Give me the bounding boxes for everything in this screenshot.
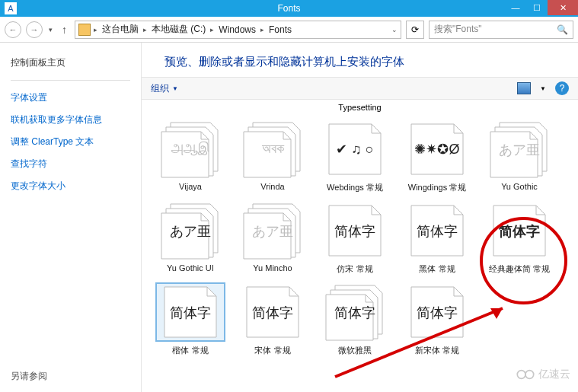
font-item[interactable]: 简体字宋体 常规 [232,282,314,356]
font-name-label: 新宋体 常规 [415,345,459,356]
font-preview-text: 简体字 [320,222,390,241]
chevron-right-icon: ▸ [210,26,214,33]
font-thumbnail: ✔ ♫ ○ [320,120,390,179]
font-grid: Typesetting அஆஇVijayaঅবকVrinda✔ ♫ ○Webdi… [142,100,578,392]
font-item[interactable]: あア亜Yu Mincho [232,201,314,275]
font-item[interactable]: ✔ ♫ ○Webdings 常规 [314,120,396,193]
forward-button[interactable]: → [26,21,43,38]
svg-point-3 [525,371,534,379]
font-thumbnail: あア亜 [484,120,554,179]
font-thumbnail: 简体字 [320,282,390,342]
search-placeholder: 搜索"Fonts" [434,23,482,36]
view-options-button[interactable] [517,82,531,94]
font-thumbnail: 简体字 [238,282,308,342]
font-item[interactable]: অবকVrinda [232,120,314,193]
close-button[interactable]: ✕ [548,0,578,15]
font-preview-text: あア亜 [155,222,225,241]
watermark-icon [516,368,535,381]
breadcrumb-item[interactable]: Windows [217,24,257,35]
font-thumbnail: あア亜 [155,201,225,260]
font-preview-text: あア亜 [484,141,554,159]
font-item[interactable]: ✺✷✪ØWingdings 常规 [396,120,478,193]
navigation-toolbar: ← → ▾ ↑ ▸ 这台电脑 ▸ 本地磁盘 (C:) ▸ Windows ▸ F… [0,17,578,43]
chevron-down-icon[interactable]: ▼ [540,85,546,92]
font-name-label: Vrinda [260,182,284,191]
organize-label: 组织 [151,82,169,95]
font-name-label: 仿宋 常规 [337,263,372,275]
font-thumbnail: 简体字 [402,282,472,342]
chevron-right-icon: ▸ [143,26,147,33]
font-preview-text: 简体字 [484,222,554,241]
font-item[interactable]: அஆஇVijaya [149,120,232,193]
font-preview-text: 简体字 [402,304,472,322]
refresh-button[interactable]: ⟳ [406,21,424,39]
font-name-label: Webdings 常规 [327,182,383,193]
font-preview-text: அஆஇ [155,141,225,157]
font-item[interactable]: あア亜Yu Gothic UI [149,201,232,275]
font-name-label: 经典趣体简 常规 [489,263,550,275]
font-name-label: Yu Mincho [253,263,292,272]
breadcrumb-item[interactable]: 本地磁盘 (C:) [150,23,207,36]
search-icon: 🔍 [557,24,568,35]
up-button[interactable]: ↑ [59,24,70,36]
font-item[interactable]: 简体字新宋体 常规 [396,282,478,356]
font-name-label: Yu Gothic UI [167,263,214,272]
chevron-right-icon: ▸ [94,26,97,33]
category-label: Typesetting [149,103,570,112]
address-bar[interactable]: ▸ 这台电脑 ▸ 本地磁盘 (C:) ▸ Windows ▸ Fonts ⌄ [75,21,401,39]
font-item[interactable]: 简体字仿宋 常规 [314,201,396,275]
minimize-button[interactable]: — [505,0,526,15]
divider [11,80,130,81]
font-item[interactable]: 简体字微软雅黑 [314,282,396,356]
font-thumbnail: 简体字 [484,201,554,260]
font-item[interactable]: 简体字经典趣体简 常规 [478,201,560,275]
organize-button[interactable]: 组织 ▼ [151,82,178,95]
font-name-label: Wingdings 常规 [408,182,466,193]
sidebar-link-find-char[interactable]: 查找字符 [11,158,130,171]
font-item[interactable]: 简体字楷体 常规 [149,282,232,356]
font-preview-text: あア亜 [238,222,308,241]
titlebar: A Fonts — ☐ ✕ [0,0,578,17]
sidebar-link-online-fonts[interactable]: 联机获取更多字体信息 [11,113,130,126]
font-item[interactable]: 简体字黑体 常规 [396,201,478,275]
font-name-label: Vijaya [179,182,202,191]
sidebar-link-change-size[interactable]: 更改字体大小 [11,180,130,193]
font-thumbnail: অবক [238,120,308,179]
font-thumbnail: அஆஇ [155,120,225,179]
svg-point-2 [517,371,525,379]
font-thumbnail: ✺✷✪Ø [402,120,472,179]
back-button[interactable]: ← [5,21,21,38]
address-dropdown-icon[interactable]: ⌄ [391,26,398,33]
window-controls: — ☐ ✕ [505,0,578,15]
font-thumbnail: 简体字 [402,201,472,260]
watermark-text: 亿速云 [538,368,570,381]
font-thumbnail: 简体字 [320,201,390,260]
font-preview-text: 简体字 [402,222,472,241]
font-item[interactable]: あア亜Yu Gothic [478,120,560,193]
main-panel: 预览、删除或者显示和隐藏计算机上安装的字体 组织 ▼ ▼ ? Typesetti… [141,43,578,392]
folder-icon [78,24,91,36]
sidebar-heading[interactable]: 控制面板主页 [11,56,130,69]
font-preview-text: 简体字 [238,304,308,322]
breadcrumb-item[interactable]: Fonts [267,24,293,35]
see-also-label: 另请参阅 [11,370,47,383]
font-preview-text: 简体字 [155,304,225,322]
chevron-down-icon: ▼ [172,85,178,92]
font-name-label: 黑体 常规 [419,263,455,275]
breadcrumb-item[interactable]: 这台电脑 [101,23,140,36]
sidebar-link-font-settings[interactable]: 字体设置 [11,91,130,104]
organize-bar: 组织 ▼ ▼ ? [142,77,578,100]
font-name-label: Yu Gothic [501,182,538,191]
sidebar: 控制面板主页 字体设置 联机获取更多字体信息 调整 ClearType 文本 查… [0,43,141,392]
font-thumbnail: 简体字 [155,282,225,342]
search-input[interactable]: 搜索"Fonts" 🔍 [429,21,573,39]
font-preview-text: ✺✷✪Ø [402,141,472,158]
font-name-label: 微软雅黑 [338,345,372,356]
page-title: 预览、删除或者显示和隐藏计算机上安装的字体 [142,43,578,77]
history-dropdown[interactable]: ▾ [47,26,54,33]
maximize-button[interactable]: ☐ [526,0,548,15]
help-button[interactable]: ? [555,81,569,95]
sidebar-link-cleartype[interactable]: 调整 ClearType 文本 [11,135,130,148]
chevron-right-icon: ▸ [260,26,264,33]
font-thumbnail: あア亜 [238,201,308,260]
